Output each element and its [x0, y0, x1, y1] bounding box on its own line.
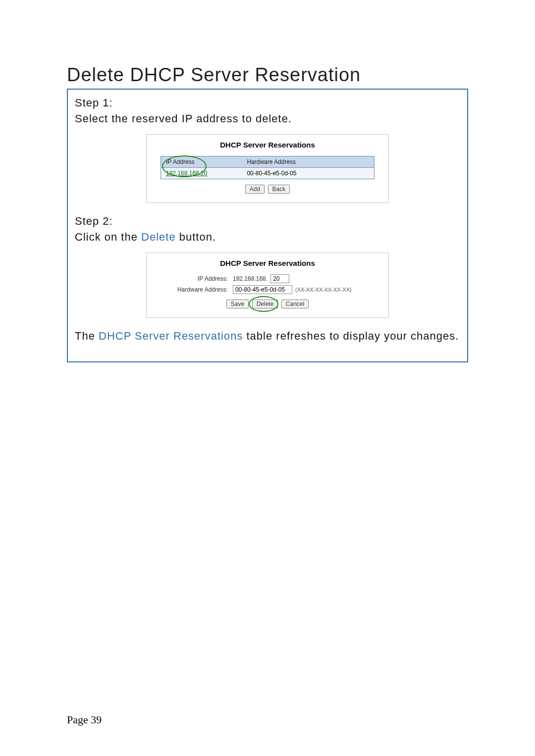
shot1-buttons: Add Back	[152, 184, 383, 194]
hw-hint: (XX-XX-XX-XX-XX-XX)	[295, 287, 352, 293]
result-a: The	[75, 330, 99, 342]
result-b: DHCP Server Reservations	[99, 330, 243, 342]
shot2-title: DHCP Server Reservations	[152, 259, 383, 267]
col-hw-header: Hardware Address	[242, 156, 374, 168]
step1-label: Step 1:	[75, 97, 460, 109]
reservation-hw: 00-80-45-e5-0d-05	[242, 168, 374, 179]
content-box: Step 1: Select the reserved IP address t…	[67, 89, 468, 362]
ip-last-octet-input[interactable]: 20	[270, 274, 289, 283]
result-text: The DHCP Server Reservations table refre…	[75, 330, 460, 343]
table-header-row: IP Address Hardware Address	[161, 156, 374, 168]
lbl-hw: Hardware Address:	[161, 286, 233, 293]
step2-delete-word: Delete	[141, 231, 176, 243]
row-hw: Hardware Address: 00-80-45-e5-0d-05 (XX-…	[161, 285, 374, 294]
step1-text: Select the reserved IP address to delete…	[75, 112, 460, 125]
cancel-button[interactable]: Cancel	[281, 300, 309, 308]
lbl-ip: IP Address:	[161, 275, 233, 282]
step2-text-a: Click on the	[75, 231, 141, 243]
back-button[interactable]: Back	[268, 185, 290, 194]
hw-input[interactable]: 00-80-45-e5-0d-05	[233, 285, 292, 294]
edit-form: IP Address: 192.168.168. 20 Hardware Add…	[161, 274, 374, 294]
reservations-table: IP Address Hardware Address 192.168.168.…	[160, 156, 374, 179]
step2-text: Click on the Delete button.	[75, 231, 460, 244]
col-ip-header: IP Address	[166, 158, 195, 165]
shot2-buttons: Save Delete Cancel	[152, 299, 383, 308]
result-c: table refreshes to display your changes.	[243, 330, 459, 342]
shot1-title: DHCP Server Reservations	[152, 141, 383, 149]
save-button[interactable]: Save	[226, 300, 249, 308]
ip-prefix: 192.168.168.	[233, 275, 268, 282]
screenshot-reservations-list: DHCP Server Reservations IP Address Hard…	[146, 134, 389, 203]
page-title: Delete DHCP Server Reservation	[67, 64, 468, 86]
add-button[interactable]: Add	[245, 185, 265, 194]
screenshot-reservation-edit: DHCP Server Reservations IP Address: 192…	[146, 252, 389, 318]
step2-label: Step 2:	[75, 215, 460, 228]
circle-annotation-ip	[162, 155, 207, 177]
row-ip: IP Address: 192.168.168. 20	[161, 274, 374, 283]
circle-annotation-delete	[249, 296, 278, 312]
step2-text-b: button.	[176, 231, 216, 243]
page-number: Page 39	[67, 713, 102, 726]
